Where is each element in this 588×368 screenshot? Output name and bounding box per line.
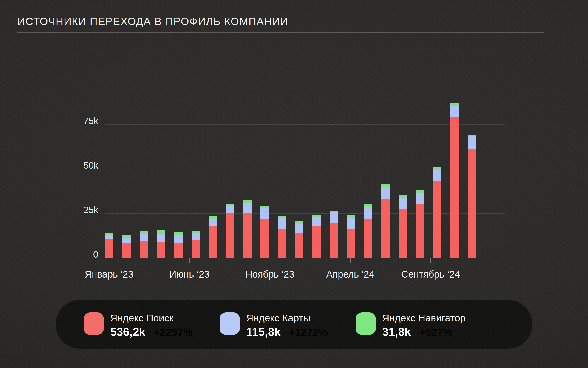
bar-12-segment-navigator: [295, 221, 303, 224]
bar-10-segment-search: [261, 220, 269, 258]
bar-19-segment-navigator: [416, 190, 424, 193]
bar-1-segment-maps: [105, 235, 113, 239]
bar-22-segment-maps: [468, 136, 476, 149]
x-axis-tick-5: [430, 258, 431, 263]
bar-18-segment-search: [399, 209, 407, 258]
bar-3-segment-navigator: [140, 231, 148, 234]
bar-11-segment-navigator: [278, 216, 286, 218]
bar-5-segment-search: [174, 243, 183, 258]
y-axis-label-25k: 25k: [59, 205, 98, 215]
legend-item-navigator: Яндекс Навигатор 31,8k +527%: [355, 313, 466, 339]
bar-5-segment-maps: [174, 235, 183, 243]
x-axis-tick-4: [350, 258, 351, 263]
legend-value: 31,8k: [382, 325, 411, 339]
search-color-swatch-icon: [84, 313, 104, 335]
bar-18-segment-navigator: [399, 195, 407, 198]
legend-value: 115,8k: [246, 325, 281, 339]
bar-6-segment-search: [192, 240, 200, 258]
bar-9-segment-search: [243, 213, 252, 258]
bar-17-segment-search: [381, 200, 390, 258]
gridline-75k: [105, 124, 505, 125]
bar-12-segment-search: [295, 233, 303, 258]
bar-2-segment-search: [122, 243, 131, 258]
bar-7-segment-search: [209, 226, 217, 258]
bar-15-segment-search: [347, 229, 355, 258]
bar-8-segment-search: [226, 213, 234, 258]
legend-value: 536,2k: [110, 325, 145, 339]
legend-change: +527%: [419, 326, 452, 338]
bar-7-segment-maps: [209, 219, 217, 226]
bar-14-segment-navigator: [330, 211, 338, 212]
bar-13-segment-search: [312, 226, 321, 258]
bar-9-segment-navigator: [243, 200, 252, 203]
bar-20-segment-maps: [433, 170, 441, 181]
bar-11-segment-search: [278, 229, 286, 258]
bar-3-segment-search: [140, 241, 148, 258]
legend-change: +2257%: [154, 326, 193, 338]
gridline-25k: [105, 213, 505, 214]
bar-6-segment-navigator: [192, 231, 200, 233]
legend-row: 536,2k +2257%: [110, 325, 193, 339]
bar-13-segment-maps: [312, 217, 321, 226]
y-axis-label-50k: 50k: [59, 160, 98, 170]
bar-6-segment-maps: [192, 233, 200, 240]
legend-text-block: Яндекс Навигатор 31,8k +527%: [382, 313, 466, 339]
bar-11-segment-maps: [278, 218, 286, 229]
legend-name: Яндекс Карты: [246, 313, 328, 323]
bar-17-segment-navigator: [381, 184, 390, 187]
x-axis-tick-2: [189, 258, 190, 263]
bar-2-segment-navigator: [122, 235, 131, 238]
y-axis-label-0: 0: [59, 249, 98, 259]
bar-14-segment-search: [330, 223, 338, 258]
gridline-50k: [105, 169, 505, 169]
y-axis-label-75k: 75k: [59, 116, 98, 126]
bar-4-segment-search: [157, 242, 165, 258]
bar-4-segment-maps: [157, 234, 165, 242]
legend-row: 31,8k +527%: [382, 325, 466, 339]
bar-18-segment-maps: [399, 198, 407, 209]
legend-row: 115,8k +1272%: [246, 325, 328, 339]
bar-5-segment-navigator: [174, 232, 183, 235]
legend-item-search: Яндекс Поиск 536,2k +2257%: [84, 313, 193, 339]
bar-3-segment-maps: [140, 234, 148, 241]
navigator-color-swatch-icon: [355, 313, 376, 335]
legend-pill: Яндекс Поиск 536,2k +2257% Яндекс Карты …: [56, 300, 532, 349]
legend-text-block: Яндекс Карты 115,8k +1272%: [246, 313, 328, 339]
bar-8-segment-maps: [226, 206, 234, 213]
bar-2-segment-maps: [122, 238, 131, 243]
bar-21-segment-maps: [450, 106, 459, 117]
legend-name: Яндекс Поиск: [110, 313, 193, 323]
bar-22-segment-search: [468, 149, 476, 258]
bar-16-segment-navigator: [364, 204, 372, 207]
x-axis-tick-3: [270, 258, 270, 263]
infographic-canvas: ИСТОЧНИКИ ПЕРЕХОДА В ПРОФИЛЬ КОМПАНИИ 02…: [0, 0, 588, 368]
bar-7-segment-navigator: [209, 216, 217, 219]
bar-10-segment-navigator: [261, 206, 269, 208]
bar-16-segment-search: [364, 219, 372, 258]
legend-text-block: Яндекс Поиск 536,2k +2257%: [110, 313, 193, 339]
bar-4-segment-navigator: [157, 230, 165, 234]
x-axis-label-5: Сентябрь ‘24: [387, 269, 474, 280]
bar-19-segment-maps: [416, 193, 424, 204]
x-axis-label-3: Ноябрь ‘23: [226, 269, 314, 280]
x-axis-label-1: Январь ‘23: [65, 269, 153, 280]
bar-1-segment-navigator: [105, 232, 113, 235]
bar-21-segment-search: [450, 117, 459, 258]
bar-14-segment-maps: [330, 212, 338, 223]
bar-8-segment-navigator: [226, 204, 234, 206]
x-axis-label-2: Июнь ‘23: [146, 269, 233, 280]
bar-16-segment-maps: [364, 207, 372, 219]
bar-10-segment-maps: [261, 208, 269, 220]
bar-1-segment-search: [105, 239, 113, 258]
bar-17-segment-maps: [381, 187, 390, 200]
x-axis-tick-1: [109, 258, 109, 263]
bar-20-segment-navigator: [433, 167, 441, 170]
legend-change: +1272%: [289, 326, 328, 338]
bar-15-segment-navigator: [347, 215, 355, 218]
bar-12-segment-maps: [295, 224, 303, 233]
legend-item-maps: Яндекс Карты 115,8k +1272%: [220, 313, 328, 339]
maps-color-swatch-icon: [220, 313, 240, 335]
bar-13-segment-navigator: [312, 215, 321, 217]
bar-20-segment-search: [433, 181, 441, 258]
bar-19-segment-search: [416, 204, 424, 258]
